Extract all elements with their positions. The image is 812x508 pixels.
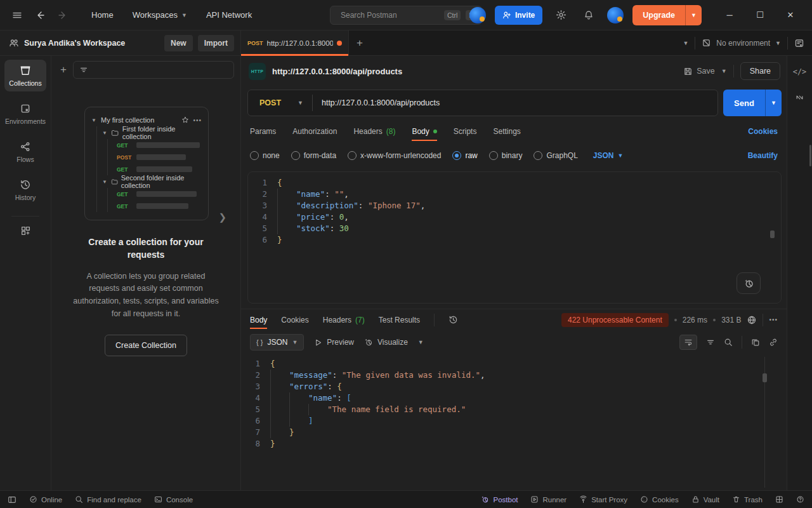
- tab-body[interactable]: Body: [412, 119, 436, 144]
- sidebar-item-environments[interactable]: Environments: [4, 98, 46, 130]
- filter-results-icon[interactable]: [706, 338, 715, 347]
- response-size[interactable]: 331 B: [721, 316, 741, 324]
- vault-button[interactable]: Vault: [691, 495, 719, 504]
- response-tab-cookies[interactable]: Cookies: [281, 309, 308, 330]
- response-time[interactable]: 226 ms: [683, 316, 707, 324]
- upgrade-caret-button[interactable]: ▼: [685, 5, 702, 25]
- tab-headers[interactable]: Headers(8): [353, 119, 395, 144]
- postbot-statusbar-button[interactable]: Postbot: [481, 495, 518, 504]
- sidebar-item-collections[interactable]: Collections: [4, 60, 46, 91]
- environment-quick-look-icon[interactable]: [794, 38, 804, 48]
- main-menu-button[interactable]: [8, 6, 27, 25]
- tab-overflow-chevron[interactable]: ▼: [683, 40, 688, 46]
- wrap-line-button[interactable]: [679, 335, 697, 350]
- visualize-button[interactable]: Visualize: [364, 338, 408, 347]
- new-button[interactable]: New: [164, 35, 193, 51]
- mode-binary-radio[interactable]: binary: [489, 151, 523, 160]
- user-avatar[interactable]: [607, 7, 624, 23]
- nav-api-network[interactable]: API Network: [200, 6, 258, 23]
- find-and-replace-button[interactable]: Find and replace: [75, 495, 141, 504]
- save-button[interactable]: Save: [683, 67, 715, 76]
- nav-workspaces[interactable]: Workspaces▼: [126, 6, 193, 23]
- response-history-icon[interactable]: [449, 315, 458, 324]
- add-collection-button[interactable]: +: [60, 64, 67, 76]
- collection-row[interactable]: ▼ My first collection •••: [91, 114, 202, 126]
- request-title[interactable]: http://127.0.0.1:8000/api/products: [272, 67, 402, 76]
- code-snippet-button[interactable]: </>: [793, 67, 807, 76]
- console-button[interactable]: Console: [154, 495, 193, 504]
- save-options-chevron[interactable]: ▼: [721, 68, 727, 74]
- body-language-selector[interactable]: JSON▼: [593, 151, 624, 160]
- network-globe-icon[interactable]: [747, 315, 757, 325]
- environment-selector[interactable]: No environment ▼: [702, 38, 781, 48]
- mode-graphql-radio[interactable]: GraphQL: [534, 151, 577, 160]
- beautify-link[interactable]: Beautify: [748, 151, 778, 160]
- tab-settings[interactable]: Settings: [493, 119, 520, 144]
- response-tab-headers[interactable]: Headers(7): [323, 309, 365, 330]
- cookies-link[interactable]: Cookies: [748, 127, 778, 136]
- help-icon[interactable]: [796, 495, 804, 504]
- online-status[interactable]: Online: [29, 495, 62, 504]
- send-options-button[interactable]: ▼: [765, 90, 782, 116]
- request-list-item[interactable]: GET: [117, 139, 202, 151]
- copy-icon[interactable]: [751, 338, 760, 347]
- response-scrollbar-thumb[interactable]: [763, 373, 767, 382]
- response-tab-test-results[interactable]: Test Results: [379, 309, 420, 330]
- request-tab[interactable]: POST http://127.0.0.1:8000/a: [241, 30, 349, 55]
- tab-params[interactable]: Params: [250, 119, 276, 144]
- nav-back-button[interactable]: [30, 6, 49, 25]
- create-collection-button[interactable]: Create Collection: [105, 335, 187, 356]
- notifications-button[interactable]: [579, 6, 598, 25]
- window-maximize-button[interactable]: ☐: [747, 4, 773, 26]
- folder-row[interactable]: ▼ First folder inside collection: [102, 126, 202, 139]
- nav-home[interactable]: Home: [85, 6, 120, 23]
- new-tab-button[interactable]: +: [349, 30, 370, 55]
- sidebar-item-flows[interactable]: Flows: [4, 136, 46, 168]
- tab-authorization[interactable]: Authorization: [292, 119, 337, 144]
- settings-button[interactable]: [551, 6, 570, 25]
- mode-none-radio[interactable]: none: [250, 151, 280, 160]
- toggle-sidebar-icon[interactable]: [8, 495, 16, 504]
- window-close-button[interactable]: ✕: [778, 4, 803, 26]
- response-format-selector[interactable]: { } JSON ▼: [250, 334, 304, 351]
- request-list-item[interactable]: GET: [117, 200, 202, 212]
- request-list-item[interactable]: GET: [117, 188, 202, 200]
- global-search[interactable]: Ctrl K: [330, 6, 482, 25]
- upgrade-button[interactable]: Upgrade: [632, 5, 685, 25]
- editor-scrollbar-thumb[interactable]: [770, 231, 775, 238]
- cookies-statusbar-button[interactable]: Cookies: [640, 495, 679, 504]
- mode-raw-radio[interactable]: raw: [452, 151, 477, 160]
- sidebar-filter-input[interactable]: [73, 61, 234, 79]
- response-tab-body[interactable]: Body: [250, 309, 267, 330]
- mode-urlencoded-radio[interactable]: x-www-form-urlencoded: [348, 151, 441, 160]
- request-list-item[interactable]: POST: [117, 151, 202, 163]
- invite-button[interactable]: Invite: [495, 6, 542, 25]
- trash-button[interactable]: Trash: [732, 495, 763, 504]
- more-options-icon[interactable]: •••: [193, 117, 202, 124]
- star-icon[interactable]: [181, 116, 189, 124]
- window-minimize-button[interactable]: ─: [717, 4, 742, 26]
- url-input[interactable]: [313, 98, 717, 107]
- comments-swap-icon[interactable]: [795, 93, 804, 102]
- mode-form-data-radio[interactable]: form-data: [291, 151, 336, 160]
- search-input[interactable]: [341, 11, 439, 20]
- folder-row[interactable]: ▼ Second folder inside collection: [102, 175, 202, 188]
- team-avatar[interactable]: [469, 7, 486, 23]
- workspace-name[interactable]: Surya Andika's Workspace: [24, 39, 159, 48]
- method-selector[interactable]: POST ▼: [248, 98, 312, 107]
- configure-sidebar-button[interactable]: [20, 225, 31, 236]
- response-more-options-icon[interactable]: •••: [769, 316, 778, 323]
- postbot-button[interactable]: [737, 272, 761, 294]
- sidebar-item-history[interactable]: History: [4, 174, 46, 206]
- tab-scripts[interactable]: Scripts: [454, 119, 477, 144]
- start-proxy-button[interactable]: Start Proxy: [579, 495, 627, 504]
- send-button[interactable]: Send: [723, 90, 765, 116]
- preview-button[interactable]: Preview: [314, 338, 354, 347]
- window-scrollbar-thumb[interactable]: [809, 145, 811, 166]
- carousel-next-icon[interactable]: ❯: [218, 211, 226, 223]
- split-panes-icon[interactable]: [775, 495, 783, 504]
- link-icon[interactable]: [769, 338, 778, 347]
- status-badge[interactable]: 422 Unprocessable Content: [561, 313, 669, 327]
- response-body[interactable]: 1{2"message": "The given data was invali…: [241, 354, 787, 490]
- share-button[interactable]: Share: [740, 62, 780, 80]
